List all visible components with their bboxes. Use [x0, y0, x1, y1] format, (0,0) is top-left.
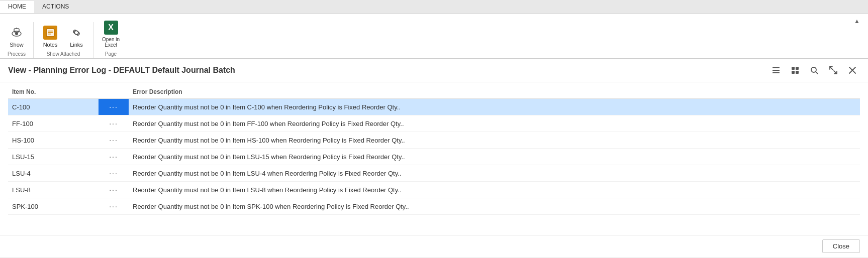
cell-error-description: Reorder Quantity must not be 0 in Item C… — [129, 99, 860, 115]
process-group-label: Process — [4, 50, 29, 58]
svg-rect-14 — [792, 71, 795, 74]
table-row[interactable]: HS-100···Reorder Quantity must not be 0 … — [8, 132, 860, 149]
page-group-label: Page — [98, 50, 124, 58]
excel-icon: X — [103, 20, 119, 36]
ribbon-group-process: Show Process — [4, 22, 34, 58]
data-table: Item No. Error Description C-100···Reord… — [8, 84, 860, 215]
cell-actions: ··· — [99, 165, 129, 182]
row-actions-button[interactable]: ··· — [106, 185, 121, 195]
content-area: View - Planning Error Log - DEFAULT Defa… — [0, 59, 868, 257]
cell-item-no: LSU-8 — [8, 182, 99, 198]
cell-error-description: Reorder Quantity must not be 0 in Item H… — [129, 132, 860, 149]
search-button[interactable] — [807, 64, 822, 77]
tab-actions[interactable]: ACTIONS — [34, 1, 77, 13]
card-view-icon — [791, 66, 800, 75]
cell-error-description: Reorder Quantity must not be 0 in Item F… — [129, 115, 860, 132]
data-table-wrapper: Item No. Error Description C-100···Reord… — [0, 84, 868, 215]
row-actions-button[interactable]: ··· — [106, 201, 121, 211]
table-header: Item No. Error Description — [8, 84, 860, 99]
list-view-icon — [771, 66, 781, 75]
cell-item-no: SPK-100 — [8, 198, 99, 215]
ribbon-group-show-attached-items: Notes Links — [38, 22, 89, 50]
svg-rect-7 — [48, 34, 51, 35]
svg-rect-12 — [792, 67, 795, 70]
expand-button[interactable] — [826, 64, 841, 77]
svg-rect-5 — [48, 31, 53, 32]
row-actions-button[interactable]: ··· — [106, 102, 121, 112]
close-button[interactable]: Close — [822, 239, 860, 253]
ribbon-collapse-button[interactable]: ▲ — [850, 17, 864, 26]
row-actions-button[interactable]: ··· — [106, 135, 121, 145]
links-label: Links — [70, 42, 83, 48]
title-actions — [768, 64, 860, 77]
table-body: C-100···Reorder Quantity must not be 0 i… — [8, 99, 860, 215]
open-in-excel-button[interactable]: X Open inExcel — [98, 17, 124, 50]
cell-item-no: FF-100 — [8, 115, 99, 132]
svg-rect-10 — [773, 70, 780, 71]
svg-rect-11 — [773, 72, 780, 73]
notes-icon — [42, 25, 58, 41]
cell-item-no: HS-100 — [8, 132, 99, 149]
ribbon-group-page-items: X Open inExcel — [98, 17, 124, 50]
cell-actions: ··· — [99, 132, 129, 149]
list-view-button[interactable] — [768, 64, 784, 77]
close-page-icon — [848, 66, 857, 75]
row-actions-button[interactable]: ··· — [106, 118, 121, 128]
ribbon-bar: Show Process — [0, 14, 868, 59]
close-page-button[interactable] — [845, 64, 860, 77]
svg-rect-15 — [796, 71, 799, 74]
cell-item-no: C-100 — [8, 99, 99, 115]
cell-actions: ··· — [99, 99, 129, 115]
show-button[interactable]: Show — [4, 22, 29, 50]
page-title-bar: View - Planning Error Log - DEFAULT Defa… — [0, 59, 868, 82]
row-actions-button[interactable]: ··· — [106, 152, 121, 162]
table-row[interactable]: LSU-8···Reorder Quantity must not be 0 i… — [8, 182, 860, 198]
links-icon — [68, 25, 84, 41]
table-row[interactable]: FF-100···Reorder Quantity must not be 0 … — [8, 115, 860, 132]
cell-error-description: Reorder Quantity must not be 0 in Item L… — [129, 165, 860, 182]
footer: Close — [0, 235, 868, 257]
cell-actions: ··· — [99, 182, 129, 198]
svg-line-17 — [816, 72, 818, 74]
ribbon-tabs: HOME ACTIONS — [0, 0, 868, 14]
svg-rect-9 — [773, 67, 780, 68]
card-view-button[interactable] — [788, 64, 803, 77]
notes-label: Notes — [43, 42, 58, 48]
cell-actions: ··· — [99, 198, 129, 215]
cell-item-no: LSU-4 — [8, 165, 99, 182]
table-row[interactable]: LSU-4···Reorder Quantity must not be 0 i… — [8, 165, 860, 182]
show-icon — [9, 25, 25, 41]
cell-actions: ··· — [99, 115, 129, 132]
col-header-actions — [99, 84, 129, 99]
svg-rect-13 — [796, 67, 799, 70]
tab-home[interactable]: HOME — [0, 1, 34, 13]
expand-icon — [829, 66, 838, 75]
ribbon-group-process-items: Show — [4, 22, 29, 50]
row-actions-button[interactable]: ··· — [106, 168, 121, 178]
cell-item-no: LSU-15 — [8, 149, 99, 165]
show-attached-group-label: Show Attached — [38, 50, 89, 58]
show-label: Show — [10, 42, 24, 48]
ribbon-group-show-attached: Notes Links Show Attached — [38, 22, 93, 58]
page-title: View - Planning Error Log - DEFAULT Defa… — [8, 66, 235, 75]
cell-error-description: Reorder Quantity must not be 0 in Item S… — [129, 198, 860, 215]
open-in-excel-label: Open inExcel — [102, 37, 120, 48]
notes-button[interactable]: Notes — [38, 22, 63, 50]
cell-error-description: Reorder Quantity must not be 0 in Item L… — [129, 149, 860, 165]
col-header-error-description: Error Description — [129, 84, 860, 99]
table-row[interactable]: C-100···Reorder Quantity must not be 0 i… — [8, 99, 860, 115]
cell-actions: ··· — [99, 149, 129, 165]
table-row[interactable]: SPK-100···Reorder Quantity must not be 0… — [8, 198, 860, 215]
search-icon — [810, 66, 819, 75]
table-row[interactable]: LSU-15···Reorder Quantity must not be 0 … — [8, 149, 860, 165]
svg-point-1 — [15, 32, 18, 35]
col-header-item-no: Item No. — [8, 84, 99, 99]
cell-error-description: Reorder Quantity must not be 0 in Item L… — [129, 182, 860, 198]
links-button[interactable]: Links — [64, 22, 89, 50]
svg-rect-6 — [48, 32, 53, 33]
ribbon-group-page: X Open inExcel Page — [98, 17, 128, 58]
